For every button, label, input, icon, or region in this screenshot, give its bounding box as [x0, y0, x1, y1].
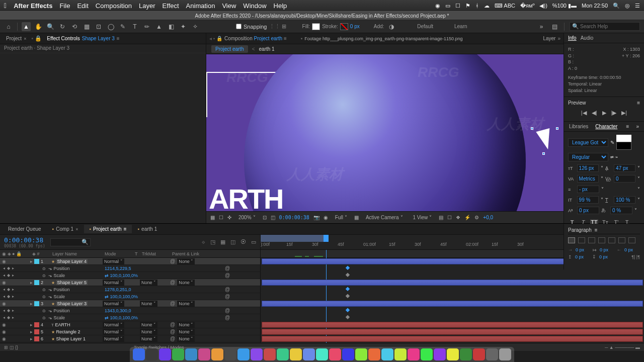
tab-render-queue[interactable]: Render Queue — [3, 225, 46, 233]
snapping-toggle[interactable]: Snapping ⋮⋮ ⊞ — [236, 23, 286, 30]
dock-app-icon[interactable] — [211, 348, 223, 360]
paragraph-title[interactable]: Paragraph — [568, 227, 592, 233]
snapping-checkbox[interactable] — [236, 24, 242, 29]
space-after[interactable]: 0 px — [599, 254, 613, 259]
status-input-lang[interactable]: ABC — [504, 3, 515, 9]
status-battery[interactable]: %100 ▮▬ — [552, 3, 577, 9]
app-name[interactable]: After Effects — [14, 2, 52, 10]
status-display-icon[interactable]: ☐ — [455, 3, 460, 9]
zoom-select[interactable]: 200% ˅ — [235, 214, 259, 221]
pan-behind-tool-icon[interactable]: ⊡ — [94, 22, 103, 31]
preview-next-icon[interactable]: |▶ — [611, 110, 617, 116]
status-search-icon[interactable]: 🔍 — [613, 3, 620, 9]
keyframe-diamond[interactable] — [346, 266, 350, 270]
tl-mb-icon[interactable]: ⦿ — [240, 239, 246, 245]
tab-audio[interactable]: Audio — [581, 35, 594, 41]
layer-duration-bar[interactable] — [262, 322, 643, 328]
current-timecode[interactable]: 0:00:00:38 — [4, 236, 45, 244]
para-menu-icon[interactable]: ≡ — [595, 227, 598, 233]
dock-app-icon[interactable] — [368, 348, 380, 360]
col-layer-name[interactable]: Layer Name — [50, 251, 103, 256]
stroke-width-input[interactable]: - px — [577, 186, 599, 193]
text-tool-icon[interactable]: T — [130, 22, 139, 31]
dock-app-icon[interactable] — [303, 348, 315, 360]
alpha-toggle-icon[interactable]: ▦ — [210, 215, 215, 220]
keyframe-diamond[interactable] — [346, 308, 350, 312]
dock-app-icon[interactable] — [316, 348, 328, 360]
dock-app-icon[interactable] — [355, 348, 367, 360]
tab-project-earth[interactable]: ▪Project earth≡ — [84, 225, 131, 233]
menu-edit[interactable]: Edit — [77, 2, 88, 10]
clone-tool-icon[interactable]: ▲ — [154, 22, 164, 31]
camera-tool-icon[interactable]: ▦ — [82, 22, 91, 31]
tab-comp1[interactable]: ▪Comp 1× — [47, 225, 84, 233]
leading-input[interactable]: 47 px — [614, 164, 635, 172]
toggle-mask-icon[interactable]: ☐ — [219, 215, 223, 220]
exposure-value[interactable]: +0,0 — [483, 215, 493, 220]
status-cloud-icon[interactable]: ☁ — [484, 3, 490, 9]
snapshot-icon[interactable]: 📷 — [313, 215, 319, 220]
workspace-overflow-icon[interactable]: » — [537, 22, 546, 31]
help-search[interactable]: 🔍 — [570, 22, 640, 31]
dock-app-icon[interactable] — [185, 348, 197, 360]
property-row[interactable]: ◂◆▸ ⊙ ⬎ Scale ⇄ 100,0,100,0% @ — [0, 314, 260, 321]
tab-character[interactable]: Character — [595, 124, 617, 129]
puppet-tool-icon[interactable]: ✧ — [191, 22, 200, 31]
workspace-learn[interactable]: Learn — [454, 24, 467, 29]
fill-label[interactable]: Fill: — [302, 24, 310, 29]
layer-duration-bar[interactable] — [262, 336, 643, 342]
preview-prev-icon[interactable]: ◀| — [592, 110, 597, 116]
char-menu-icon[interactable]: ≡ — [626, 124, 629, 129]
hand-tool-icon[interactable]: ✋ — [34, 22, 43, 31]
tl-shy-icon[interactable]: ⟐ — [202, 239, 205, 245]
dock-app-icon[interactable] — [394, 348, 407, 360]
status-volume-icon[interactable]: ◀)) — [539, 3, 547, 9]
dock-app-icon[interactable] — [381, 348, 393, 360]
panel-collapse-icon[interactable]: » — [636, 124, 639, 129]
orbit-tool-icon[interactable]: ↻ — [58, 22, 67, 31]
apple-menu-icon[interactable]:  — [4, 2, 7, 10]
align-center-button[interactable] — [578, 237, 585, 243]
res-auto-icon[interactable]: ⊡ — [263, 215, 267, 220]
dock-app-icon[interactable] — [473, 348, 485, 360]
zoom-slider[interactable]: ─ ▲ ────── ▬ — [605, 345, 640, 350]
preview-last-icon[interactable]: ▶| — [621, 110, 627, 116]
status-user-icon[interactable]: ⚑ — [465, 3, 470, 9]
justify-right-button[interactable] — [618, 237, 625, 243]
justify-center-button[interactable] — [608, 237, 615, 243]
preview-menu-icon[interactable]: ≡ — [637, 100, 640, 106]
tracking-input[interactable]: 0 — [614, 175, 635, 183]
camera-select[interactable]: Active Camera ˅ — [363, 214, 406, 221]
dock-app-icon[interactable] — [342, 348, 354, 360]
dock-app-icon[interactable] — [460, 348, 472, 360]
status-bt-icon[interactable]: ᚼ — [475, 3, 479, 9]
breadcrumb-earth1[interactable]: earth 1 — [259, 46, 275, 52]
layer-row[interactable]: ◉ ▸3 ★ Shape Layer 3 Normal ˅ None ˅ @No… — [0, 300, 260, 307]
menu-window[interactable]: Window — [243, 2, 266, 10]
channel-icon[interactable]: ◉ — [324, 215, 328, 220]
comp-viewport[interactable]: ARTH RRCG RRCG 人人素材 人人素材 — [206, 54, 564, 211]
dock-app-icon[interactable] — [486, 348, 498, 360]
stroke-swatch[interactable] — [340, 23, 348, 30]
dock-app-icon[interactable] — [237, 348, 250, 360]
col-trkmat[interactable]: TrkMat — [140, 251, 170, 256]
dock-app-icon[interactable] — [146, 348, 158, 360]
dock-app-icon[interactable] — [159, 348, 171, 360]
dock-app-icon[interactable] — [434, 348, 446, 360]
eyedropper-icon[interactable]: ✎ — [610, 140, 614, 145]
region-icon[interactable]: ◫ — [271, 215, 275, 220]
align-right-button[interactable] — [588, 237, 595, 243]
font-color-swatch[interactable] — [616, 135, 631, 150]
layer-row[interactable]: ◉ ▸5 ★ Rectangle 2 Normal ˅ None ˅ @None… — [0, 328, 260, 335]
preview-play-icon[interactable]: ▶ — [602, 110, 606, 116]
align-left-button[interactable] — [568, 237, 575, 243]
stroke-width[interactable]: 0 px — [350, 24, 360, 29]
current-time[interactable]: 0:00:00:38 — [279, 215, 309, 220]
rotate-tool-icon[interactable]: ⟲ — [70, 22, 79, 31]
breadcrumb-active[interactable]: Project earth — [211, 45, 248, 53]
font-size-input[interactable]: 126 px — [577, 164, 599, 172]
footage-tab[interactable]: Footage http___pluspng.com_img-png_earth… — [304, 36, 462, 41]
tl-comp-icon[interactable]: ◳ — [210, 239, 215, 245]
dock-app-icon[interactable] — [277, 348, 289, 360]
resolution-select[interactable]: Full ˅ — [332, 214, 350, 221]
